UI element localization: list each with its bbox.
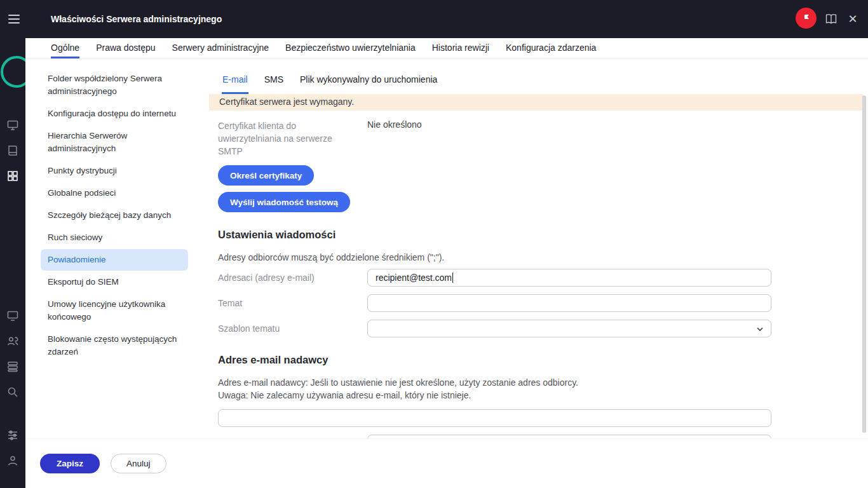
- client-certificate-label: Certyfikat klienta do uwierzytelniania n…: [218, 119, 367, 158]
- cancel-button[interactable]: Anuluj: [111, 454, 166, 473]
- client-certificate-row: Certyfikat klienta do uwierzytelniania n…: [218, 119, 868, 158]
- notification-subtabs: E-mail SMS Plik wykonywalny do uruchomie…: [198, 59, 868, 94]
- kaspersky-logo-icon[interactable]: [796, 8, 817, 29]
- hamburger-menu-icon[interactable]: [8, 15, 20, 24]
- title-bar: Właściwości Serwera administracyjnego ✕: [0, 0, 868, 38]
- tab-serwery-administracyjne[interactable]: Serwery administracyjne: [172, 38, 269, 58]
- tab-historia-rewizji[interactable]: Historia rewizji: [432, 38, 489, 58]
- client-certificate-value: Nie określono: [367, 119, 422, 130]
- tab-prawa-dostepu[interactable]: Prawa dostępu: [96, 38, 155, 58]
- vertical-scrollbar[interactable]: [862, 95, 866, 433]
- certificate-warning-banner: Certyfikat serwera jest wymagany.: [209, 94, 863, 111]
- nav-item-powiadomienie[interactable]: Powiadomienie: [41, 249, 188, 271]
- subject-input[interactable]: [367, 294, 771, 312]
- nav-item-blokowanie-zdarzen[interactable]: Blokowanie często występujących zdarzeń: [41, 329, 188, 363]
- recipients-input[interactable]: recipient@test.com: [367, 269, 771, 287]
- recipients-input-value: recipient@test.com: [376, 273, 452, 283]
- sender-heading: Adres e-mail nadawcy: [218, 354, 868, 366]
- send-test-message-button[interactable]: Wyślij wiadomość testową: [218, 192, 350, 212]
- recipients-label: Adresaci (adresy e-mail): [218, 271, 367, 284]
- message-settings-heading: Ustawienia wiadomości: [218, 229, 868, 241]
- app-window: Właściwości Serwera administracyjnego ✕: [0, 0, 868, 488]
- deployment-monitor-icon[interactable]: [6, 119, 19, 132]
- close-icon[interactable]: ✕: [846, 12, 860, 26]
- specify-certificates-button[interactable]: Określ certyfikaty: [218, 165, 314, 186]
- email-settings-scroll-area: Certyfikat serwera jest wymagany. Certyf…: [198, 94, 868, 438]
- subtab-plik-wykonywalny[interactable]: Plik wykonywalny do uruchomienia: [299, 74, 438, 94]
- nav-item-eksportuj-siem[interactable]: Eksportuj do SIEM: [41, 271, 188, 293]
- recipients-row: Adresaci (adresy e-mail) recipient@test.…: [218, 269, 868, 287]
- nav-item-globalne-podsieci[interactable]: Globalne podsieci: [41, 182, 188, 204]
- save-button[interactable]: Zapisz: [40, 454, 100, 473]
- tab-ogolne[interactable]: Ogólne: [51, 38, 79, 58]
- settings-section-list: Folder współdzielony Serwera administrac…: [25, 59, 198, 438]
- window-title: Właściwości Serwera administracyjnego: [51, 14, 222, 24]
- subject-template-select[interactable]: [367, 320, 771, 337]
- sender-hint-2: Uwaga: Nie zalecamy używania adresu e-ma…: [218, 389, 868, 402]
- main-tab-bar: Ogólne Prawa dostępu Serwery administrac…: [25, 38, 868, 59]
- repositories-stack-icon[interactable]: [6, 360, 19, 373]
- nav-item-ruch-sieciowy[interactable]: Ruch sieciowy: [41, 227, 188, 248]
- brand-ring-decoration: [1, 56, 25, 88]
- account-user-icon[interactable]: [6, 454, 19, 467]
- nav-item-konfiguracja-dostepu[interactable]: Konfiguracja dostępu do internetu: [41, 103, 188, 125]
- subject-template-label: Szablon tematu: [218, 322, 367, 335]
- sender-hint-1: Adres e-mail nadawcy: Jeśli to ustawieni…: [218, 376, 868, 389]
- flag-glyph: [801, 13, 811, 24]
- tab-konfiguracja-zdarzenia[interactable]: Konfiguracja zdarzenia: [506, 38, 596, 58]
- nav-item-szczegoly-bazy[interactable]: Szczegóły bieżącej bazy danych: [41, 205, 188, 226]
- nav-item-punkty-dystrybucji[interactable]: Punkty dystrybucji: [41, 160, 188, 182]
- action-footer: Zapisz Anuluj: [25, 438, 868, 488]
- banner-text: Certyfikat serwera jest wymagany.: [219, 95, 354, 108]
- catalog-book-icon[interactable]: [6, 144, 19, 157]
- notification-settings-panel: E-mail SMS Plik wykonywalny do uruchomie…: [198, 59, 868, 488]
- devices-grid-icon[interactable]: [6, 170, 19, 182]
- settings-sliders-icon[interactable]: [6, 429, 19, 442]
- documentation-book-icon[interactable]: [824, 12, 838, 26]
- subtab-email[interactable]: E-mail: [222, 74, 248, 94]
- tab-bezpieczenstwo-uwierzytelniania[interactable]: Bezpieczeństwo uwierzytelniania: [285, 38, 416, 58]
- search-icon[interactable]: [6, 386, 19, 398]
- nav-item-hierarchia-serwerow[interactable]: Hierarchia Serwerów administracyjnych: [41, 125, 188, 159]
- subject-template-row: Szablon tematu: [218, 320, 868, 337]
- monitoring-monitor-icon[interactable]: [6, 309, 19, 322]
- icon-rail: [0, 38, 25, 488]
- subject-label: Temat: [218, 297, 367, 309]
- nav-item-umowy-licencyjne[interactable]: Umowy licencyjne użytkownika końcowego: [41, 294, 188, 328]
- sender-email-input[interactable]: [218, 409, 771, 427]
- users-icon[interactable]: [6, 335, 19, 348]
- nav-item-folder-wspoldzielony[interactable]: Folder współdzielony Serwera administrac…: [41, 68, 188, 102]
- recipients-hint: Adresy odbiorców muszą być oddzielone śr…: [218, 251, 868, 264]
- subtab-sms[interactable]: SMS: [264, 74, 284, 94]
- subject-row: Temat: [218, 294, 868, 312]
- text-caret: [452, 273, 453, 283]
- chevron-down-icon: [756, 325, 764, 336]
